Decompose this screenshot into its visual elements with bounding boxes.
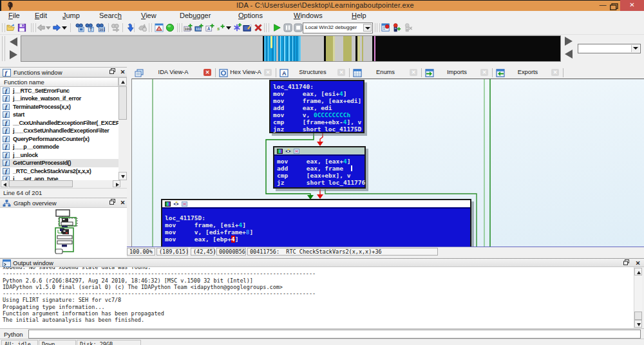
function-row[interactable]: fTerminateProcess(x,x) <box>1 103 118 111</box>
forward-history-caret[interactable] <box>62 26 67 30</box>
navband-scroll-right-icon[interactable] <box>10 50 17 59</box>
function-row[interactable]: fstart <box>1 111 118 118</box>
functions-window-float-button[interactable] <box>108 68 117 76</box>
basic-block-2[interactable]: mov eax, [eax+4]add eax, framecmp [eax+e… <box>273 146 366 189</box>
function-row[interactable]: fj___CxxSetUnhandledExceptionFilter <box>1 127 118 135</box>
toolbar-grip[interactable] <box>179 23 182 32</box>
edit-function-icon[interactable] <box>243 23 252 32</box>
navband-strip[interactable] <box>21 35 561 62</box>
tab-close-button[interactable]: ✕ <box>480 69 488 76</box>
scroll-up-button[interactable] <box>118 77 127 86</box>
back-history-caret[interactable] <box>46 26 51 30</box>
graph-overview-close-button[interactable]: ✕ <box>118 199 127 207</box>
debugger-selector-dropdown[interactable] <box>363 24 372 32</box>
open-file-icon[interactable] <box>6 23 15 32</box>
debugger-selector[interactable]: Local Win32 debugger <box>303 23 373 33</box>
tab-enums[interactable]: Enums✕ <box>350 67 421 79</box>
navband-scroll-left2-icon[interactable] <box>565 50 573 59</box>
block-header[interactable] <box>274 147 365 156</box>
stop-process-icon[interactable] <box>294 23 303 32</box>
block-image-icon[interactable] <box>182 201 187 207</box>
output-window-float-button[interactable] <box>622 259 630 267</box>
functions-vscrollbar[interactable] <box>118 77 127 180</box>
name-combo[interactable] <box>578 44 641 53</box>
python-input[interactable] <box>28 330 641 339</box>
block-color-icon[interactable] <box>277 149 283 154</box>
add-struct-icon[interactable]: s' <box>216 23 225 32</box>
tab-hex-view-a[interactable]: Hex View-A✕ <box>216 67 276 79</box>
function-row[interactable]: f_RTC_CheckStackVars2(x,x,x) <box>1 167 118 175</box>
menu-search[interactable]: Search <box>99 12 122 19</box>
vscroll-thumb[interactable] <box>118 86 127 120</box>
navband-scroll-right2-icon[interactable] <box>565 37 573 46</box>
function-row[interactable]: fGetCurrentProcessId() <box>1 159 118 167</box>
output-vscrollbar[interactable] <box>634 267 642 328</box>
add-union-icon[interactable] <box>232 23 242 32</box>
delete-function-icon[interactable] <box>254 23 263 32</box>
demangled-names-icon[interactable] <box>155 23 164 32</box>
navband-grip[interactable] <box>2 36 5 61</box>
search-next-icon[interactable] <box>111 23 120 32</box>
navband-scroll-left-icon[interactable] <box>10 37 17 46</box>
graph-overview-float-button[interactable] <box>108 199 117 207</box>
functions-list[interactable]: fj__RTC_SetErrorFuncfj__invoke_watson_if… <box>0 87 118 180</box>
menu-debugger[interactable]: Debugger <box>180 12 211 19</box>
add-ascii-icon[interactable]: A <box>205 23 214 32</box>
output-window-close-button[interactable]: ✕ <box>634 259 642 267</box>
breakpoint-list-icon[interactable] <box>381 23 390 32</box>
function-row[interactable]: f__CxxUnhandledExceptionFilter(_EXCEPTIO… <box>1 119 118 127</box>
minimize-button[interactable]: — <box>596 0 610 10</box>
scroll-up-button[interactable] <box>634 268 642 275</box>
vscroll-thumb[interactable] <box>634 312 642 320</box>
pause-process-icon[interactable] <box>283 23 292 32</box>
panel-splitter[interactable] <box>127 63 131 257</box>
functions-window-titlebar[interactable]: f Functions window ✕ <box>0 67 127 77</box>
name-combo-dropdown[interactable] <box>631 45 639 52</box>
graph-overview-canvas[interactable] <box>0 208 127 257</box>
tab-structures[interactable]: AStructures✕ <box>276 67 349 79</box>
tab-close-button[interactable]: ✕ <box>204 69 211 76</box>
jump-address-icon[interactable] <box>125 23 134 32</box>
toolbar-grip[interactable] <box>33 23 36 32</box>
scroll-down-button[interactable] <box>634 320 642 328</box>
toolbar-grip[interactable] <box>2 23 5 32</box>
function-row[interactable]: fj__invoke_watson_if_error <box>1 95 118 102</box>
function-row[interactable]: fj___p__commode <box>1 143 118 151</box>
close-button[interactable]: ✕ <box>620 0 644 11</box>
menu-options[interactable]: Options <box>238 12 263 19</box>
basic-block-loc_411740[interactable]: loc_411740:mov eax, [esi+4]mov frame, [e… <box>269 80 365 133</box>
functions-hscrollbar[interactable] <box>0 180 127 188</box>
output-window-titlebar[interactable]: Output window ✕ <box>0 258 644 267</box>
save-icon[interactable] <box>17 23 26 32</box>
add-struct-caret[interactable] <box>226 26 231 30</box>
block-group-icon[interactable] <box>173 201 179 207</box>
block-color-icon[interactable] <box>165 201 171 207</box>
tab-close-button[interactable]: ✕ <box>551 69 559 76</box>
tab-exports[interactable]: Exports✕ <box>493 67 563 79</box>
functions-window-close-button[interactable]: ✕ <box>118 68 127 76</box>
function-row[interactable]: fj___set_app_type <box>1 175 118 180</box>
add-word-icon[interactable]: 111 <box>194 23 204 32</box>
undefine-icon[interactable] <box>138 23 147 32</box>
graph-canvas[interactable]: loc_411740:mov eax, [esi+4]mov frame, [e… <box>131 79 644 247</box>
search-memory-icon[interactable] <box>75 23 84 32</box>
search-text-icon[interactable]: T <box>85 23 94 32</box>
menu-file[interactable]: File <box>8 12 20 19</box>
tab-close-button[interactable]: ✕ <box>337 69 345 76</box>
menu-jump[interactable]: Jump <box>62 12 80 19</box>
search-values-icon[interactable]: 101 <box>96 23 105 32</box>
function-row[interactable]: fQueryPerformanceCounter(x) <box>1 135 118 143</box>
tab-ida-view-a[interactable]: IDA View-A✕ <box>131 67 215 79</box>
toolbar-grip[interactable] <box>149 23 152 32</box>
menu-help[interactable]: Help <box>352 12 366 19</box>
hscroll-thumb[interactable] <box>9 180 73 187</box>
start-process-icon[interactable] <box>272 23 281 32</box>
scroll-down-button[interactable] <box>118 172 127 180</box>
tab-close-button[interactable]: ✕ <box>410 69 417 76</box>
functions-column-header[interactable]: Function name <box>0 77 118 87</box>
basic-block-loc_41175D[interactable]: loc_41175D:mov frame, [esi+4]mov v, [edi… <box>161 199 471 247</box>
function-row[interactable]: fj__RTC_SetErrorFunc <box>1 87 118 95</box>
block-image-icon[interactable] <box>294 149 299 154</box>
tab-imports[interactable]: Imports✕ <box>422 67 492 79</box>
menu-windows[interactable]: Windows <box>294 12 323 19</box>
